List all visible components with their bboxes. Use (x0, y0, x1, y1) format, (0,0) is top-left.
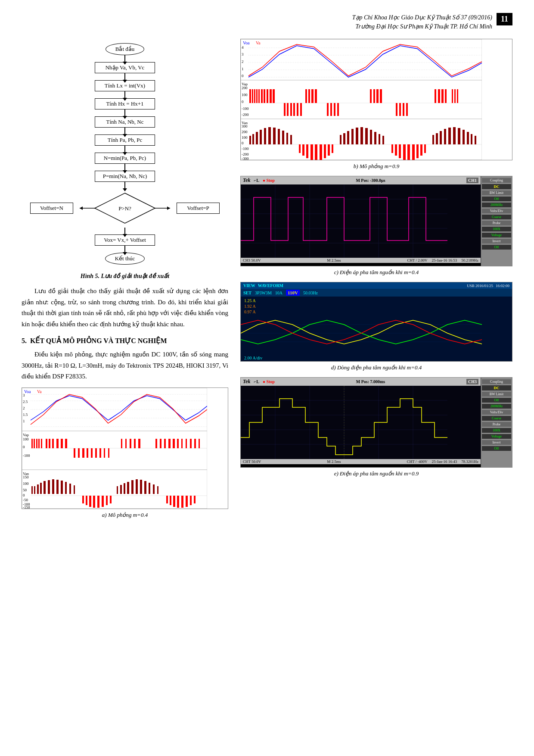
svg-text:4: 4 (242, 45, 244, 50)
svg-rect-198 (328, 144, 330, 156)
svg-rect-160 (297, 103, 298, 116)
svg-text:1: 1 (242, 67, 244, 71)
svg-rect-191 (299, 144, 301, 153)
svg-rect-221 (436, 133, 438, 144)
page: Tạp Chí Khoa Học Giáo Dục Kỹ Thuật Số 37… (0, 0, 534, 756)
svg-text:-50: -50 (23, 498, 28, 502)
scope-c-svg (241, 184, 481, 258)
fc-arrow-3 (124, 91, 125, 98)
svg-rect-229 (471, 134, 472, 144)
svg-rect-183 (260, 130, 262, 144)
svg-rect-204 (356, 128, 358, 144)
fig-e-image: Tek ⌐L ● Stop M Pos: 7.000ms CH3 (240, 377, 512, 468)
svg-rect-207 (370, 130, 372, 144)
svg-rect-50 (194, 439, 196, 448)
svg-rect-87 (97, 496, 99, 508)
svg-rect-51 (199, 439, 200, 448)
svg-rect-133 (254, 89, 255, 103)
svg-rect-151 (441, 89, 444, 103)
svg-rect-153 (452, 89, 453, 103)
svg-rect-33 (56, 439, 59, 448)
svg-rect-71 (31, 486, 33, 494)
svg-rect-36 (121, 439, 122, 448)
fig-a-caption: a) Mô phỏng m=0.4 (22, 512, 228, 519)
svg-rect-143 (311, 89, 314, 103)
fc-arrow-9 (124, 228, 125, 234)
svg-rect-224 (448, 128, 451, 144)
tek-logo: Tek (243, 177, 251, 184)
svg-rect-85 (89, 496, 91, 507)
svg-rect-53 (78, 448, 80, 458)
svg-rect-137 (264, 89, 265, 103)
svg-text:-150: -150 (23, 505, 30, 509)
m-pos-label: M Pos: -300.0μs (278, 178, 463, 183)
svg-rect-55 (87, 448, 88, 458)
svg-rect-72 (34, 486, 35, 494)
svg-rect-193 (306, 144, 308, 158)
svg-rect-132 (252, 89, 253, 103)
flowchart: Bắt đầu Nhập Va, Vb, Vc Tính Lx = int(Vx… (22, 39, 228, 269)
svg-rect-52 (74, 448, 75, 458)
svg-rect-140 (273, 89, 275, 103)
svg-rect-59 (104, 448, 105, 458)
svg-rect-105 (177, 496, 179, 508)
svg-rect-203 (351, 129, 354, 144)
svg-text:P>N?: P>N? (118, 205, 131, 212)
svg-rect-181 (252, 134, 254, 144)
figure-d: VIEW WAVEFORM USB 2016/01/25 16:02:00 SE… (240, 282, 512, 371)
body-paragraph-1: Lưu đồ giải thuật cho thấy giải thuật đề… (22, 286, 228, 330)
svg-rect-82 (74, 485, 75, 494)
svg-text:50: 50 (23, 488, 27, 492)
svg-rect-180 (249, 136, 251, 144)
fc-start: Bắt đầu (106, 43, 145, 55)
fc-voffset-p: Voffset=P (177, 203, 220, 214)
svg-rect-226 (458, 128, 460, 144)
svg-rect-157 (287, 103, 289, 116)
svg-rect-209 (379, 134, 380, 144)
flowchart-caption: Hình 5. Lưu đồ giải thuật đề xuất (22, 272, 228, 280)
svg-text:Va: Va (256, 41, 261, 45)
svg-rect-205 (360, 127, 363, 144)
svg-text:-200: -200 (242, 112, 249, 117)
svg-rect-60 (108, 448, 109, 458)
svg-text:0: 0 (23, 445, 25, 449)
svg-rect-80 (65, 482, 67, 494)
section-title: KẾT QUẢ MÔ PHỎNG VÀ THỰC NGHIỆM (30, 337, 167, 344)
svg-rect-43 (164, 439, 166, 448)
svg-rect-195 (315, 144, 317, 160)
svg-rect-213 (399, 144, 401, 158)
svg-rect-144 (315, 89, 317, 103)
svg-rect-155 (457, 89, 458, 103)
left-column: Bắt đầu Nhập Va, Vb, Vc Tính Lx = int(Vx… (22, 39, 228, 525)
svg-rect-222 (440, 131, 442, 144)
svg-rect-48 (186, 439, 187, 448)
svg-rect-219 (424, 144, 426, 153)
svg-rect-102 (166, 496, 168, 503)
svg-rect-103 (170, 496, 171, 505)
svg-rect-186 (273, 128, 276, 144)
svg-rect-215 (407, 144, 410, 160)
svg-rect-196 (320, 144, 322, 160)
svg-rect-136 (261, 89, 263, 103)
svg-text:Voa: Voa (243, 41, 250, 45)
svg-rect-245 (241, 386, 481, 459)
fc-arrow-5 (124, 128, 125, 134)
svg-rect-104 (173, 496, 175, 507)
svg-rect-77 (52, 479, 54, 494)
svg-rect-199 (332, 144, 333, 153)
svg-text:1: 1 (23, 419, 25, 423)
svg-rect-79 (61, 481, 63, 494)
svg-rect-149 (435, 89, 436, 103)
svg-rect-28 (38, 439, 40, 448)
svg-rect-216 (412, 144, 415, 160)
fig-a-svg: Voa Va 3 2.5 2 1.5 1 (22, 388, 207, 509)
svg-rect-57 (95, 448, 97, 458)
svg-rect-194 (310, 144, 313, 160)
scope-e-svg (241, 386, 481, 459)
svg-rect-95 (131, 480, 134, 494)
svg-text:0: 0 (242, 74, 244, 78)
svg-rect-206 (365, 128, 368, 144)
svg-rect-30 (46, 439, 47, 448)
svg-rect-75 (43, 481, 46, 494)
svg-rect-145 (370, 89, 372, 103)
